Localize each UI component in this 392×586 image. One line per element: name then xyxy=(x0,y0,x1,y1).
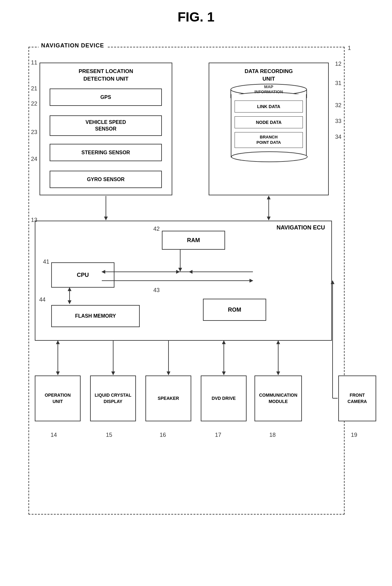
page-title: FIG. 1 xyxy=(0,0,392,31)
svg-text:MAP: MAP xyxy=(264,84,273,89)
ref-18: 18 xyxy=(269,432,276,438)
nav-device-label: NAVIGATION DEVICE xyxy=(39,42,107,49)
nav-ecu-label: NAVIGATION ECU xyxy=(277,224,325,231)
node-data-box: NODE DATA xyxy=(235,116,303,128)
rom-box: ROM xyxy=(203,299,266,321)
flash-memory-box: FLASH MEMORY xyxy=(51,305,140,327)
ref-21: 21 xyxy=(31,85,37,92)
svg-text:INFORMATION: INFORMATION xyxy=(254,89,283,94)
gps-box: GPS xyxy=(50,89,162,106)
steering-sensor-box: STEERING SENSOR xyxy=(50,144,162,161)
ref-24: 24 xyxy=(31,156,37,162)
ref-34: 34 xyxy=(335,134,341,140)
link-data-box: LINK DATA xyxy=(235,101,303,113)
data-recording-label: DATA RECORDINGUNIT xyxy=(209,63,328,83)
nav-ecu-box: NAVIGATION ECU RAM CPU ROM FLASH MEMORY xyxy=(35,221,332,341)
ref-41: 41 xyxy=(43,259,49,265)
ref-1: 1 xyxy=(348,45,351,52)
data-recording-box: DATA RECORDINGUNIT MAP INFORMATION DATAB… xyxy=(209,63,329,195)
dvd-box: DVD DRIVE xyxy=(201,375,247,421)
branch-data-box: BRANCHPOINT DATA xyxy=(235,132,303,148)
ref-14: 14 xyxy=(51,432,57,438)
ref-31: 31 xyxy=(335,80,341,87)
operation-unit-box: OPERATIONUNIT xyxy=(35,375,81,421)
lcd-box: LIQUID CRYSTALDISPLAY xyxy=(90,375,136,421)
ref-44: 44 xyxy=(39,296,46,303)
svg-point-7 xyxy=(231,152,307,162)
diagram-container: 1 NAVIGATION DEVICE 11 PRESENT LOCATIOND… xyxy=(22,31,370,586)
cylinder-body: LINK DATA NODE DATA BRANCHPOINT DATA · ·… xyxy=(231,94,307,157)
ref-19: 19 xyxy=(351,432,357,438)
ref-43: 43 xyxy=(153,287,160,294)
vehicle-speed-box: VEHICLE SPEEDSENSOR xyxy=(50,115,162,136)
ref-15: 15 xyxy=(106,432,112,438)
gyro-sensor-box: GYRO SENSOR xyxy=(50,171,162,188)
ref-32: 32 xyxy=(335,102,341,109)
front-camera-box: FRONTCAMERA xyxy=(338,375,376,421)
ram-box: RAM xyxy=(162,231,225,250)
ref-23: 23 xyxy=(31,129,37,136)
ref-12: 12 xyxy=(335,61,341,67)
cpu-box: CPU xyxy=(51,262,114,288)
ref-11: 11 xyxy=(31,59,37,66)
ref-16: 16 xyxy=(160,432,166,438)
ref-17: 17 xyxy=(215,432,221,438)
comm-module-box: COMMUNICATIONMODULE xyxy=(254,375,302,421)
ref-22: 22 xyxy=(31,101,37,107)
ref-42: 42 xyxy=(153,226,160,232)
location-unit-box: PRESENT LOCATIONDETECTION UNIT GPS VEHIC… xyxy=(40,63,172,195)
location-unit-label: PRESENT LOCATIONDETECTION UNIT xyxy=(40,63,172,83)
ref-33: 33 xyxy=(335,118,341,125)
speaker-box: SPEAKER xyxy=(145,375,191,421)
